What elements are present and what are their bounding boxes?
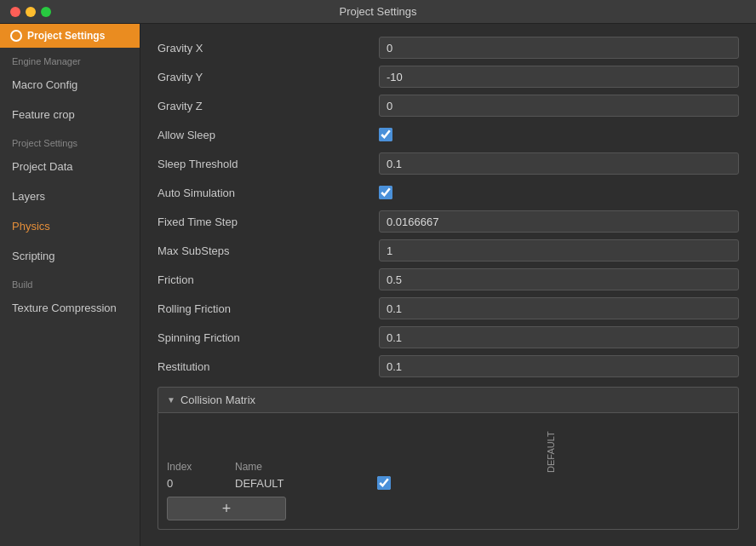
- gravity-z-label: Gravity Z: [158, 100, 379, 112]
- sidebar-item-feature-crop[interactable]: Feature crop: [0, 100, 140, 129]
- sidebar-item-physics[interactable]: Physics: [0, 211, 140, 241]
- fixed-time-step-label: Fixed Time Step: [158, 216, 379, 228]
- allow-sleep-label: Allow Sleep: [158, 129, 379, 141]
- project-settings-section: Project Settings: [0, 129, 140, 152]
- engine-manager-section: Engine Manager: [0, 48, 140, 70]
- auto-simulation-label: Auto Simulation: [158, 187, 379, 199]
- window-controls[interactable]: [10, 7, 51, 17]
- gravity-y-input[interactable]: [379, 66, 739, 88]
- auto-simulation-checkbox[interactable]: [379, 186, 392, 199]
- friction-label: Friction: [158, 273, 379, 286]
- friction-input[interactable]: [379, 268, 739, 290]
- sleep-threshold-input[interactable]: [379, 152, 739, 175]
- rolling-friction-input[interactable]: [379, 297, 739, 319]
- friction-row: Friction: [158, 267, 739, 291]
- title-bar: Project Settings: [0, 0, 756, 24]
- gravity-y-label: Gravity Y: [158, 71, 379, 83]
- auto-simulation-row: Auto Simulation: [158, 181, 739, 204]
- collision-matrix-title: Collision Matrix: [180, 394, 255, 406]
- collision-name-header: Name: [235, 461, 371, 473]
- sidebar-item-layers[interactable]: Layers: [0, 181, 140, 211]
- gravity-z-input[interactable]: [379, 95, 739, 117]
- sidebar-item-scripting[interactable]: Scripting: [0, 241, 140, 271]
- sidebar-item-project-data[interactable]: Project Data: [0, 152, 140, 181]
- sidebar-item-texture-compression[interactable]: Texture Compression: [0, 293, 140, 323]
- gravity-z-row: Gravity Z: [158, 94, 739, 118]
- rolling-friction-label: Rolling Friction: [158, 302, 379, 315]
- fixed-time-step-input[interactable]: [379, 210, 739, 233]
- restitution-label: Restitution: [158, 360, 379, 373]
- spinning-friction-row: Spinning Friction: [158, 325, 739, 349]
- content-area: Gravity X Gravity Y Gravity Z Allow Slee…: [140, 24, 756, 546]
- sidebar-item-macro-config[interactable]: Macro Config: [0, 70, 140, 100]
- minimize-button[interactable]: [26, 7, 36, 17]
- collision-row-index: 0: [167, 477, 235, 490]
- collision-index-header: Index: [167, 461, 235, 473]
- collision-default-checkbox[interactable]: [377, 476, 391, 490]
- collision-default-header: DEFAULT: [546, 422, 556, 473]
- sidebar: Project Settings Engine Manager Macro Co…: [0, 24, 140, 546]
- add-layer-button[interactable]: +: [167, 497, 286, 520]
- collision-header-row: Index Name DEFAULT: [167, 422, 730, 473]
- gravity-x-label: Gravity X: [158, 42, 379, 55]
- max-substeps-row: Max SubSteps: [158, 239, 739, 262]
- sleep-threshold-label: Sleep Threshold: [158, 158, 379, 170]
- allow-sleep-row: Allow Sleep: [158, 123, 739, 147]
- fixed-time-step-row: Fixed Time Step: [158, 210, 739, 233]
- build-section: Build: [0, 271, 140, 293]
- gravity-y-row: Gravity Y: [158, 65, 739, 89]
- max-substeps-label: Max SubSteps: [158, 244, 379, 257]
- max-substeps-input[interactable]: [379, 239, 739, 262]
- sleep-threshold-row: Sleep Threshold: [158, 152, 739, 175]
- gravity-x-input[interactable]: [379, 37, 739, 59]
- gravity-x-row: Gravity X: [158, 36, 739, 60]
- allow-sleep-checkbox[interactable]: [379, 128, 392, 141]
- sidebar-tab-label: Project Settings: [27, 30, 105, 42]
- project-settings-icon: [10, 30, 22, 42]
- collision-matrix-body: Index Name DEFAULT 0 DEFAULT +: [158, 413, 739, 530]
- window-title: Project Settings: [339, 5, 416, 18]
- restitution-input[interactable]: [379, 355, 739, 377]
- spinning-friction-input[interactable]: [379, 326, 739, 348]
- collision-data-row-0: 0 DEFAULT: [167, 476, 730, 490]
- collision-row-name: DEFAULT: [235, 477, 371, 490]
- collapse-arrow-icon: ▼: [167, 395, 175, 405]
- collision-matrix-header[interactable]: ▼ Collision Matrix: [158, 387, 739, 413]
- close-button[interactable]: [10, 7, 20, 17]
- maximize-button[interactable]: [41, 7, 51, 17]
- app-body: Project Settings Engine Manager Macro Co…: [0, 24, 756, 546]
- rolling-friction-row: Rolling Friction: [158, 296, 739, 320]
- spinning-friction-label: Spinning Friction: [158, 331, 379, 344]
- restitution-row: Restitution: [158, 354, 739, 378]
- sidebar-tab[interactable]: Project Settings: [0, 24, 140, 48]
